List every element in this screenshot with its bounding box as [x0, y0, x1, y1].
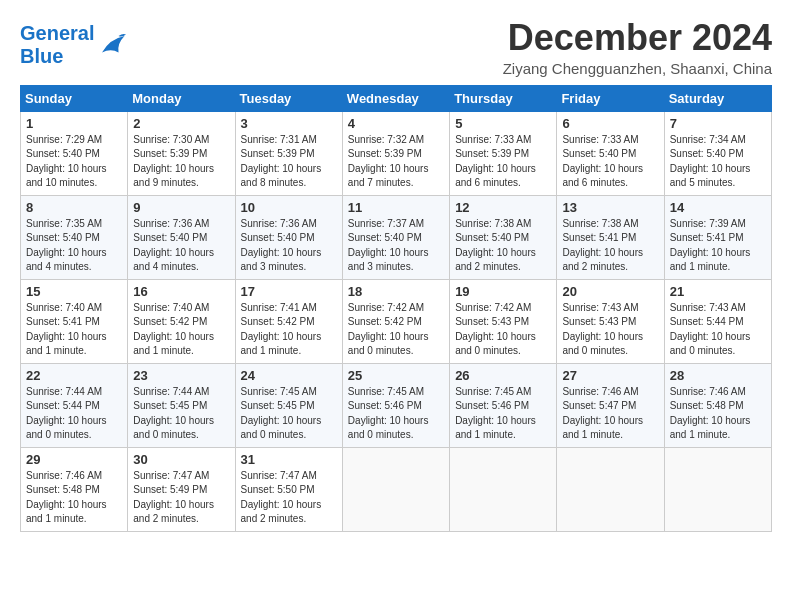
week-row-1: 1Sunrise: 7:29 AM Sunset: 5:40 PM Daylig…	[21, 111, 772, 195]
calendar-table: Sunday Monday Tuesday Wednesday Thursday…	[20, 85, 772, 532]
day-number: 5	[455, 116, 551, 131]
calendar-cell: 10Sunrise: 7:36 AM Sunset: 5:40 PM Dayli…	[235, 195, 342, 279]
page: General Blue December 2024 Ziyang Chengg…	[0, 0, 792, 542]
calendar-cell: 3Sunrise: 7:31 AM Sunset: 5:39 PM Daylig…	[235, 111, 342, 195]
day-number: 24	[241, 368, 337, 383]
calendar-body: 1Sunrise: 7:29 AM Sunset: 5:40 PM Daylig…	[21, 111, 772, 531]
day-number: 6	[562, 116, 658, 131]
col-wednesday: Wednesday	[342, 85, 449, 111]
day-info: Sunrise: 7:40 AM Sunset: 5:42 PM Dayligh…	[133, 301, 229, 359]
week-row-5: 29Sunrise: 7:46 AM Sunset: 5:48 PM Dayli…	[21, 447, 772, 531]
col-friday: Friday	[557, 85, 664, 111]
week-row-4: 22Sunrise: 7:44 AM Sunset: 5:44 PM Dayli…	[21, 363, 772, 447]
day-number: 19	[455, 284, 551, 299]
logo-line2: Blue	[20, 45, 94, 68]
day-info: Sunrise: 7:46 AM Sunset: 5:48 PM Dayligh…	[670, 385, 766, 443]
day-info: Sunrise: 7:33 AM Sunset: 5:39 PM Dayligh…	[455, 133, 551, 191]
calendar-cell: 24Sunrise: 7:45 AM Sunset: 5:45 PM Dayli…	[235, 363, 342, 447]
day-info: Sunrise: 7:47 AM Sunset: 5:50 PM Dayligh…	[241, 469, 337, 527]
calendar-cell: 14Sunrise: 7:39 AM Sunset: 5:41 PM Dayli…	[664, 195, 771, 279]
day-info: Sunrise: 7:45 AM Sunset: 5:45 PM Dayligh…	[241, 385, 337, 443]
day-info: Sunrise: 7:46 AM Sunset: 5:48 PM Dayligh…	[26, 469, 122, 527]
day-number: 10	[241, 200, 337, 215]
calendar-cell	[557, 447, 664, 531]
calendar-cell: 1Sunrise: 7:29 AM Sunset: 5:40 PM Daylig…	[21, 111, 128, 195]
calendar-cell: 4Sunrise: 7:32 AM Sunset: 5:39 PM Daylig…	[342, 111, 449, 195]
month-title: December 2024	[503, 18, 772, 58]
day-info: Sunrise: 7:44 AM Sunset: 5:44 PM Dayligh…	[26, 385, 122, 443]
day-number: 11	[348, 200, 444, 215]
header: General Blue December 2024 Ziyang Chengg…	[20, 18, 772, 77]
day-info: Sunrise: 7:43 AM Sunset: 5:43 PM Dayligh…	[562, 301, 658, 359]
day-number: 28	[670, 368, 766, 383]
day-info: Sunrise: 7:45 AM Sunset: 5:46 PM Dayligh…	[455, 385, 551, 443]
calendar-cell: 25Sunrise: 7:45 AM Sunset: 5:46 PM Dayli…	[342, 363, 449, 447]
calendar-cell: 21Sunrise: 7:43 AM Sunset: 5:44 PM Dayli…	[664, 279, 771, 363]
calendar-cell: 18Sunrise: 7:42 AM Sunset: 5:42 PM Dayli…	[342, 279, 449, 363]
calendar-header: Sunday Monday Tuesday Wednesday Thursday…	[21, 85, 772, 111]
day-number: 22	[26, 368, 122, 383]
logo-bird-icon	[96, 31, 126, 59]
day-number: 13	[562, 200, 658, 215]
calendar-cell	[450, 447, 557, 531]
day-number: 27	[562, 368, 658, 383]
calendar-cell: 13Sunrise: 7:38 AM Sunset: 5:41 PM Dayli…	[557, 195, 664, 279]
day-info: Sunrise: 7:33 AM Sunset: 5:40 PM Dayligh…	[562, 133, 658, 191]
calendar-cell: 30Sunrise: 7:47 AM Sunset: 5:49 PM Dayli…	[128, 447, 235, 531]
day-info: Sunrise: 7:43 AM Sunset: 5:44 PM Dayligh…	[670, 301, 766, 359]
day-info: Sunrise: 7:44 AM Sunset: 5:45 PM Dayligh…	[133, 385, 229, 443]
calendar-cell: 9Sunrise: 7:36 AM Sunset: 5:40 PM Daylig…	[128, 195, 235, 279]
day-number: 8	[26, 200, 122, 215]
calendar-cell: 27Sunrise: 7:46 AM Sunset: 5:47 PM Dayli…	[557, 363, 664, 447]
day-info: Sunrise: 7:35 AM Sunset: 5:40 PM Dayligh…	[26, 217, 122, 275]
calendar-cell: 15Sunrise: 7:40 AM Sunset: 5:41 PM Dayli…	[21, 279, 128, 363]
week-row-3: 15Sunrise: 7:40 AM Sunset: 5:41 PM Dayli…	[21, 279, 772, 363]
day-number: 12	[455, 200, 551, 215]
day-info: Sunrise: 7:39 AM Sunset: 5:41 PM Dayligh…	[670, 217, 766, 275]
day-number: 4	[348, 116, 444, 131]
day-number: 1	[26, 116, 122, 131]
day-number: 20	[562, 284, 658, 299]
day-number: 29	[26, 452, 122, 467]
calendar-cell: 16Sunrise: 7:40 AM Sunset: 5:42 PM Dayli…	[128, 279, 235, 363]
day-number: 18	[348, 284, 444, 299]
col-monday: Monday	[128, 85, 235, 111]
day-info: Sunrise: 7:34 AM Sunset: 5:40 PM Dayligh…	[670, 133, 766, 191]
day-info: Sunrise: 7:47 AM Sunset: 5:49 PM Dayligh…	[133, 469, 229, 527]
day-number: 9	[133, 200, 229, 215]
week-row-2: 8Sunrise: 7:35 AM Sunset: 5:40 PM Daylig…	[21, 195, 772, 279]
calendar-cell: 11Sunrise: 7:37 AM Sunset: 5:40 PM Dayli…	[342, 195, 449, 279]
day-number: 31	[241, 452, 337, 467]
day-number: 26	[455, 368, 551, 383]
calendar-cell: 29Sunrise: 7:46 AM Sunset: 5:48 PM Dayli…	[21, 447, 128, 531]
calendar-cell: 31Sunrise: 7:47 AM Sunset: 5:50 PM Dayli…	[235, 447, 342, 531]
col-tuesday: Tuesday	[235, 85, 342, 111]
calendar-cell: 20Sunrise: 7:43 AM Sunset: 5:43 PM Dayli…	[557, 279, 664, 363]
day-info: Sunrise: 7:29 AM Sunset: 5:40 PM Dayligh…	[26, 133, 122, 191]
title-block: December 2024 Ziyang Chengguanzhen, Shaa…	[503, 18, 772, 77]
calendar-cell: 28Sunrise: 7:46 AM Sunset: 5:48 PM Dayli…	[664, 363, 771, 447]
day-number: 15	[26, 284, 122, 299]
day-info: Sunrise: 7:42 AM Sunset: 5:42 PM Dayligh…	[348, 301, 444, 359]
day-info: Sunrise: 7:42 AM Sunset: 5:43 PM Dayligh…	[455, 301, 551, 359]
calendar-cell: 6Sunrise: 7:33 AM Sunset: 5:40 PM Daylig…	[557, 111, 664, 195]
col-thursday: Thursday	[450, 85, 557, 111]
day-info: Sunrise: 7:31 AM Sunset: 5:39 PM Dayligh…	[241, 133, 337, 191]
day-info: Sunrise: 7:37 AM Sunset: 5:40 PM Dayligh…	[348, 217, 444, 275]
day-number: 7	[670, 116, 766, 131]
day-number: 17	[241, 284, 337, 299]
col-sunday: Sunday	[21, 85, 128, 111]
calendar-cell: 12Sunrise: 7:38 AM Sunset: 5:40 PM Dayli…	[450, 195, 557, 279]
calendar-cell: 26Sunrise: 7:45 AM Sunset: 5:46 PM Dayli…	[450, 363, 557, 447]
day-info: Sunrise: 7:46 AM Sunset: 5:47 PM Dayligh…	[562, 385, 658, 443]
day-info: Sunrise: 7:36 AM Sunset: 5:40 PM Dayligh…	[241, 217, 337, 275]
calendar-cell: 8Sunrise: 7:35 AM Sunset: 5:40 PM Daylig…	[21, 195, 128, 279]
day-info: Sunrise: 7:40 AM Sunset: 5:41 PM Dayligh…	[26, 301, 122, 359]
day-info: Sunrise: 7:30 AM Sunset: 5:39 PM Dayligh…	[133, 133, 229, 191]
day-info: Sunrise: 7:38 AM Sunset: 5:41 PM Dayligh…	[562, 217, 658, 275]
header-row: Sunday Monday Tuesday Wednesday Thursday…	[21, 85, 772, 111]
day-info: Sunrise: 7:41 AM Sunset: 5:42 PM Dayligh…	[241, 301, 337, 359]
day-number: 25	[348, 368, 444, 383]
day-number: 2	[133, 116, 229, 131]
day-info: Sunrise: 7:36 AM Sunset: 5:40 PM Dayligh…	[133, 217, 229, 275]
